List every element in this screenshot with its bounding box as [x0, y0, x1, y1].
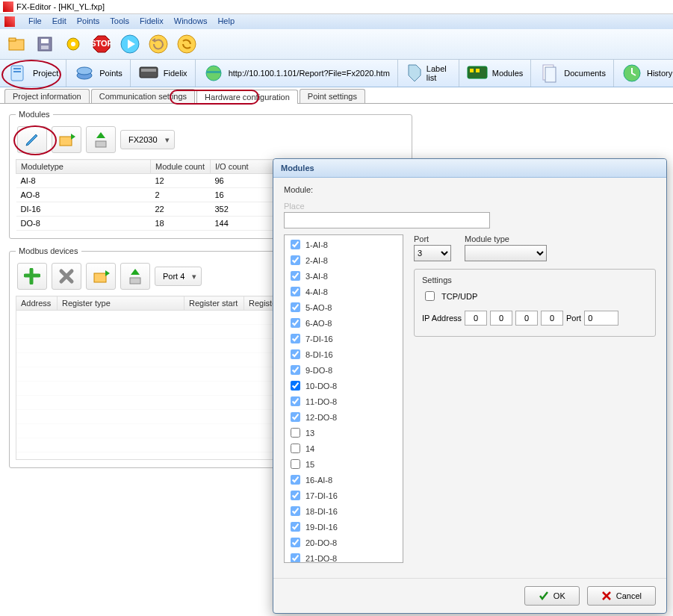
- checklist-item[interactable]: 3-AI-8: [286, 268, 401, 284]
- checklist-item[interactable]: 15: [286, 456, 401, 472]
- checklist-checkbox[interactable]: [291, 444, 300, 453]
- ribbon-modules[interactable]: Modules: [459, 60, 532, 87]
- checklist-checkbox[interactable]: [291, 271, 300, 281]
- checklist-item[interactable]: 1-AI-8: [286, 237, 401, 252]
- checklist-checkbox[interactable]: [291, 240, 300, 249]
- upload-button[interactable]: [86, 126, 116, 153]
- tab-project-info[interactable]: Project information: [4, 89, 90, 103]
- checklist-item[interactable]: 18-DI-16: [286, 503, 401, 519]
- checklist-item[interactable]: 13: [286, 425, 401, 441]
- checklist-item[interactable]: 8-DI-16: [286, 346, 401, 362]
- globe-icon: [203, 63, 224, 84]
- checklist-checkbox[interactable]: [291, 538, 300, 547]
- checklist-item[interactable]: 6-AO-8: [286, 315, 401, 331]
- ribbon-project[interactable]: Project: [0, 60, 66, 87]
- ip-seg-4[interactable]: [541, 311, 563, 326]
- checklist-item[interactable]: 5-AO-8: [286, 299, 401, 315]
- checklist-item[interactable]: 11-DO-8: [286, 393, 401, 409]
- port-select[interactable]: Port 4: [155, 267, 202, 286]
- ok-button[interactable]: OK: [524, 586, 580, 606]
- menu-fidelix[interactable]: Fidelix: [140, 16, 164, 27]
- ribbon-documents[interactable]: Documents: [531, 60, 614, 87]
- ip-seg-2[interactable]: [490, 311, 512, 326]
- checklist-item[interactable]: 21-DO-8: [286, 550, 401, 563]
- tab-comm-settings[interactable]: Communication settings: [91, 89, 195, 103]
- checklist-item[interactable]: 14: [286, 441, 401, 456]
- ribbon-points[interactable]: Points: [66, 60, 131, 87]
- menu-windows[interactable]: Windows: [174, 16, 208, 27]
- checklist-item[interactable]: 17-DI-16: [286, 488, 401, 503]
- import-button[interactable]: [52, 126, 81, 153]
- checklist-checkbox[interactable]: [291, 412, 300, 422]
- checklist-checkbox[interactable]: [291, 381, 300, 391]
- ip-seg-1[interactable]: [465, 311, 487, 326]
- tcpudp-checkbox[interactable]: [425, 291, 435, 301]
- cancel-button[interactable]: Cancel: [587, 586, 656, 606]
- checklist-checkbox[interactable]: [291, 334, 300, 343]
- tab-point-settings[interactable]: Point settings: [300, 89, 365, 103]
- checklist-checkbox[interactable]: [291, 349, 300, 359]
- dialog-title: Modules: [273, 159, 666, 178]
- place-input[interactable]: [284, 212, 490, 228]
- ribbon-fidelix[interactable]: Fidelix: [131, 60, 196, 87]
- checklist-checkbox[interactable]: [291, 522, 300, 532]
- col-regtype[interactable]: Register type: [58, 296, 184, 311]
- stop-icon[interactable]: STOP: [90, 32, 114, 56]
- sync-icon[interactable]: [175, 32, 199, 56]
- checklist-checkbox[interactable]: [291, 553, 300, 563]
- upload2-button[interactable]: [120, 263, 150, 290]
- checklist-checkbox[interactable]: [291, 318, 300, 328]
- edit-button[interactable]: [17, 126, 47, 153]
- ribbon-labellist[interactable]: Label list: [398, 60, 459, 87]
- checklist-item[interactable]: 19-DI-16: [286, 519, 401, 535]
- checklist-checkbox[interactable]: [291, 396, 300, 406]
- checklist-item[interactable]: 10-DO-8: [286, 378, 401, 393]
- checklist-checkbox[interactable]: [291, 302, 300, 312]
- checklist-checkbox[interactable]: [291, 491, 300, 500]
- menu-help[interactable]: Help: [217, 16, 235, 27]
- add-button[interactable]: [17, 263, 47, 290]
- col-moduletype[interactable]: Moduletype: [16, 160, 151, 174]
- checklist-checkbox[interactable]: [291, 255, 300, 265]
- ip-seg-3[interactable]: [515, 311, 538, 326]
- ribbon-url[interactable]: http://10.100.1.101/Report?File=Fx2020.h…: [196, 60, 398, 87]
- checklist-checkbox[interactable]: [291, 287, 300, 296]
- col-regstart[interactable]: Register start: [184, 296, 244, 311]
- port-dropdown[interactable]: 3: [414, 245, 451, 261]
- checklist-checkbox[interactable]: [291, 475, 300, 485]
- module-checklist[interactable]: 1-AI-82-AI-83-AI-84-AI-85-AO-86-AO-87-DI…: [284, 234, 403, 563]
- checklist-checkbox[interactable]: [291, 459, 300, 469]
- checklist-item[interactable]: 20-DO-8: [286, 535, 401, 550]
- checklist-item[interactable]: 9-DO-8: [286, 362, 401, 378]
- checklist-item[interactable]: 2-AI-8: [286, 252, 401, 268]
- col-address[interactable]: Address: [16, 296, 58, 311]
- x-icon: [601, 591, 612, 601]
- menu-edit[interactable]: Edit: [52, 16, 66, 27]
- checklist-checkbox[interactable]: [291, 365, 300, 375]
- play-icon[interactable]: [118, 32, 142, 56]
- moduletype-dropdown[interactable]: [465, 245, 547, 261]
- menu-tools[interactable]: Tools: [110, 16, 129, 27]
- gear-icon[interactable]: [61, 32, 85, 56]
- port2-label: Port: [566, 314, 581, 323]
- checklist-item[interactable]: 7-DI-16: [286, 331, 401, 346]
- checklist-checkbox[interactable]: [291, 506, 300, 516]
- checklist-item[interactable]: 12-DO-8: [286, 409, 401, 425]
- save-icon[interactable]: [33, 32, 57, 56]
- device-select[interactable]: FX2030: [120, 130, 175, 149]
- ribbon-history-label: History: [647, 69, 672, 78]
- menu-points[interactable]: Points: [77, 16, 100, 27]
- port2-input[interactable]: [584, 311, 618, 326]
- col-modulecount[interactable]: Module count: [151, 160, 211, 174]
- delete-button[interactable]: [52, 263, 81, 290]
- checklist-item[interactable]: 16-AI-8: [286, 472, 401, 488]
- checklist-checkbox[interactable]: [291, 428, 300, 438]
- menu-file[interactable]: File: [28, 16, 42, 27]
- tab-hardware-config[interactable]: Hardware configuration: [196, 90, 298, 104]
- checklist-item[interactable]: 4-AI-8: [286, 284, 401, 299]
- ribbon-history[interactable]: History: [614, 60, 673, 87]
- open-file-icon[interactable]: [4, 32, 28, 56]
- import2-button[interactable]: [86, 263, 116, 290]
- tcpudp-row[interactable]: TCP/UDP: [422, 289, 648, 303]
- refresh-icon[interactable]: [146, 32, 170, 56]
